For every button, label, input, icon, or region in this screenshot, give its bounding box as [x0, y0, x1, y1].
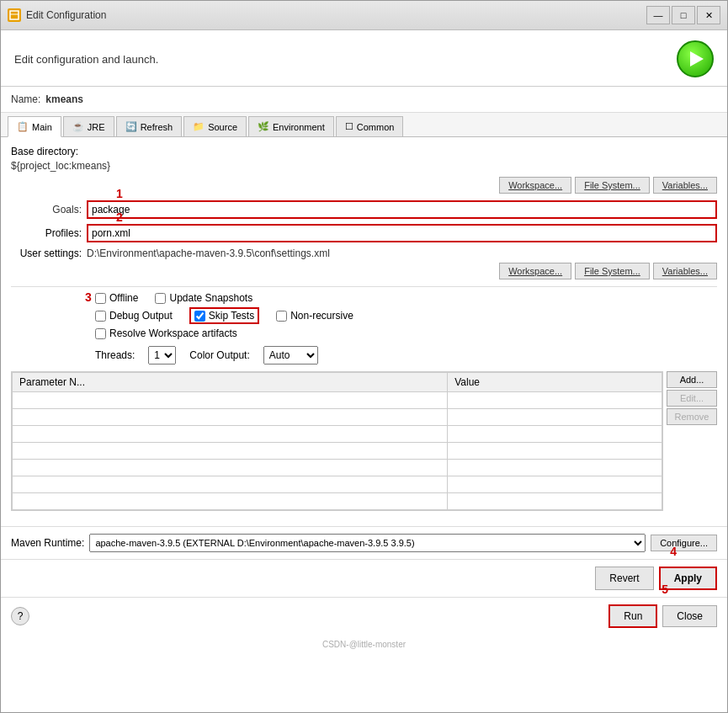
- update-snapshots-checkbox[interactable]: [155, 293, 166, 304]
- resolve-workspace-checkbox[interactable]: [95, 328, 106, 339]
- table-row: [13, 443, 662, 460]
- color-output-select[interactable]: Auto Always Never: [263, 346, 318, 364]
- maven-runtime-row: Maven Runtime: apache-maven-3.9.5 (EXTER…: [1, 526, 727, 559]
- environment-tab-icon: 🌿: [258, 121, 269, 132]
- tab-environment[interactable]: 🌿 Environment: [248, 116, 334, 136]
- maximize-button[interactable]: □: [672, 6, 695, 24]
- table-row: [13, 476, 662, 493]
- param-table-body: [13, 392, 662, 510]
- color-output-label: Color Output:: [189, 349, 249, 361]
- offline-checkbox[interactable]: [95, 293, 106, 304]
- table-actions: Add... Edit... Remove: [667, 371, 717, 511]
- workspace-button-2[interactable]: Workspace...: [499, 263, 571, 279]
- parameter-table-container: Parameter N... Value: [11, 371, 663, 511]
- param-value-header: Value: [448, 373, 662, 392]
- resolve-workspace-checkbox-label[interactable]: Resolve Workspace artifacts: [95, 327, 237, 339]
- tab-main[interactable]: 📋 Main: [8, 116, 61, 137]
- svg-rect-0: [10, 11, 19, 19]
- file-system-button-1[interactable]: File System...: [575, 177, 650, 194]
- non-recursive-label: Non-recursive: [290, 310, 353, 322]
- environment-tab-label: Environment: [273, 122, 325, 132]
- tab-refresh[interactable]: 🔄 Refresh: [116, 116, 183, 136]
- window-controls: — □ ✕: [646, 6, 720, 24]
- update-snapshots-checkbox-label[interactable]: Update Snapshots: [155, 292, 252, 304]
- skip-tests-checkbox-label[interactable]: Skip Tests: [189, 307, 259, 324]
- user-settings-row: User settings: D:\Environment\apache-mav…: [11, 247, 717, 259]
- dialog-content: Name: kmeans 📋 Main ☕ JRE 🔄 Refresh 📁 So…: [1, 87, 727, 712]
- profiles-label: Profiles:: [11, 227, 87, 239]
- user-settings-label: User settings:: [11, 247, 87, 259]
- workspace-button-1[interactable]: Workspace...: [499, 177, 571, 194]
- offline-checkbox-label[interactable]: Offline: [95, 292, 138, 304]
- user-settings-buttons: Workspace... File System... Variables...: [11, 263, 717, 279]
- base-directory-label: Base directory:: [11, 146, 717, 157]
- non-recursive-checkbox[interactable]: [276, 311, 287, 322]
- variables-button-2[interactable]: Variables...: [653, 263, 717, 279]
- options-section: 3 Offline Update Snapshots: [11, 292, 717, 339]
- user-settings-value: D:\Environment\apache-maven-3.9.5\conf\s…: [87, 247, 330, 259]
- profiles-input[interactable]: [87, 224, 717, 242]
- edit-parameter-button[interactable]: Edit...: [667, 390, 717, 407]
- offline-label: Offline: [109, 292, 138, 304]
- options-row-2: Debug Output Skip Tests Non-recursive: [95, 307, 717, 324]
- parameter-table: Parameter N... Value: [12, 372, 662, 510]
- param-name-header: Parameter N...: [13, 373, 448, 392]
- debug-output-checkbox[interactable]: [95, 311, 106, 322]
- run-header-button[interactable]: [677, 40, 714, 77]
- tab-source[interactable]: 📁 Source: [183, 116, 247, 136]
- table-row: [13, 493, 662, 510]
- goals-input[interactable]: [87, 200, 717, 219]
- help-button[interactable]: ?: [11, 607, 29, 625]
- source-tab-label: Source: [208, 122, 237, 132]
- dialog-header: Edit configuration and launch.: [1, 30, 727, 87]
- tab-jre[interactable]: ☕ JRE: [63, 116, 114, 136]
- separator: [11, 286, 717, 287]
- title-bar: Edit Configuration — □ ✕: [1, 1, 727, 30]
- close-button[interactable]: ✕: [697, 6, 720, 24]
- configure-button[interactable]: Configure...: [651, 535, 717, 551]
- main-tab-label: Main: [32, 122, 52, 132]
- options-row-3: Resolve Workspace artifacts: [95, 327, 717, 339]
- maven-runtime-label: Maven Runtime:: [11, 537, 84, 549]
- skip-tests-checkbox[interactable]: [194, 311, 205, 322]
- table-row: [13, 409, 662, 426]
- add-parameter-button[interactable]: Add...: [667, 371, 717, 388]
- run-close-row: 5 ? Run Close: [1, 597, 727, 638]
- skip-tests-label: Skip Tests: [209, 310, 254, 322]
- close-dialog-button[interactable]: Close: [662, 605, 717, 627]
- update-snapshots-label: Update Snapshots: [169, 292, 252, 304]
- threads-label: Threads:: [95, 349, 135, 361]
- goals-label: Goals:: [11, 204, 87, 215]
- resolve-workspace-label: Resolve Workspace artifacts: [109, 327, 237, 339]
- threads-select[interactable]: 1 2 4 8: [148, 346, 176, 364]
- file-system-button-2[interactable]: File System...: [575, 263, 650, 279]
- debug-output-label: Debug Output: [109, 310, 173, 322]
- annotation-5: 5: [662, 583, 668, 596]
- debug-output-checkbox-label[interactable]: Debug Output: [95, 310, 173, 322]
- non-recursive-checkbox-label[interactable]: Non-recursive: [276, 310, 353, 322]
- variables-button-1[interactable]: Variables...: [653, 177, 717, 194]
- run-button[interactable]: Run: [608, 604, 657, 628]
- main-window: Edit Configuration — □ ✕ Edit configurat…: [0, 0, 728, 713]
- revert-button[interactable]: Revert: [595, 567, 653, 590]
- annotation-2: 2: [116, 210, 123, 224]
- main-content-area: Base directory: ${project_loc:kmeans} Wo…: [1, 137, 727, 526]
- options-checkboxes: Offline Update Snapshots Debug Output: [95, 292, 717, 339]
- minimize-button[interactable]: —: [646, 6, 670, 24]
- threads-row: Threads: 1 2 4 8 Color Output: Auto Alwa…: [95, 346, 717, 364]
- parameter-table-section: Parameter N... Value: [11, 371, 717, 511]
- base-directory-value: ${project_loc:kmeans}: [11, 160, 717, 172]
- refresh-tab-label: Refresh: [141, 122, 173, 132]
- name-row: Name: kmeans: [1, 87, 727, 113]
- window-title: Edit Configuration: [26, 9, 641, 21]
- annotation-3: 3: [85, 290, 92, 304]
- options-row-1: Offline Update Snapshots: [95, 292, 717, 304]
- tab-common[interactable]: ☐ Common: [336, 116, 404, 136]
- jre-tab-icon: ☕: [72, 121, 84, 132]
- main-tab-icon: 📋: [17, 121, 29, 132]
- table-row: [13, 426, 662, 443]
- source-tab-icon: 📁: [193, 121, 205, 132]
- revert-apply-row: 4 Revert Apply: [1, 559, 727, 597]
- maven-runtime-select[interactable]: apache-maven-3.9.5 (EXTERNAL D:\Environm…: [89, 534, 646, 552]
- remove-parameter-button[interactable]: Remove: [667, 408, 717, 425]
